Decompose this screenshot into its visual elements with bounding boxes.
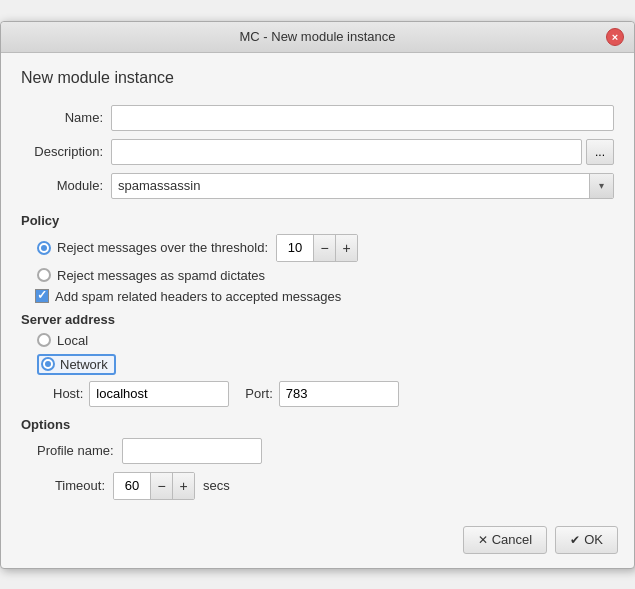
close-button[interactable]: × [606,28,624,46]
module-select[interactable]: spamassassin ▾ [111,173,614,199]
threshold-increment-button[interactable]: + [335,235,357,261]
server-section-title: Server address [21,312,614,327]
local-label: Local [57,333,88,348]
page-title: New module instance [21,69,614,87]
network-radio-row: Network [21,354,614,375]
reject-spamd-radio[interactable] [37,268,51,282]
window-title: MC - New module instance [29,29,606,44]
port-input[interactable] [279,381,399,407]
description-row: Description: ... [21,139,614,165]
description-label: Description: [21,144,111,159]
title-bar: MC - New module instance × [1,22,634,53]
cancel-icon: ✕ [478,533,488,547]
spamd-row: Reject messages as spamd dictates [21,268,614,283]
policy-section-title: Policy [21,213,614,228]
timeout-label: Timeout: [37,478,105,493]
add-headers-row: Add spam related headers to accepted mes… [21,289,614,304]
profile-label: Profile name: [37,443,114,458]
network-label: Network [60,357,108,372]
host-port-row: Host: Port: [21,381,614,407]
dialog-window: MC - New module instance × New module in… [0,21,635,569]
reject-threshold-label: Reject messages over the threshold: [57,240,268,255]
options-section: Options Profile name: Timeout: 60 − + se… [21,417,614,500]
dialog-body: New module instance Name: Description: .… [1,53,634,516]
name-input[interactable] [111,105,614,131]
local-radio[interactable] [37,333,51,347]
name-row: Name: [21,105,614,131]
module-dropdown-icon[interactable]: ▾ [589,174,613,198]
local-radio-row: Local [21,333,614,348]
dialog-footer: ✕ Cancel ✔ OK [1,516,634,568]
secs-label: secs [203,478,230,493]
options-section-title: Options [21,417,614,432]
network-radio[interactable] [41,357,55,371]
host-label: Host: [53,386,83,401]
ok-button[interactable]: ✔ OK [555,526,618,554]
port-label: Port: [245,386,272,401]
threshold-spinner: 10 − + [276,234,358,262]
profile-input[interactable] [122,438,262,464]
timeout-decrement-button[interactable]: − [150,473,172,499]
browse-button[interactable]: ... [586,139,614,165]
timeout-increment-button[interactable]: + [172,473,194,499]
name-label: Name: [21,110,111,125]
reject-threshold-radio[interactable] [37,241,51,255]
timeout-spinner: 60 − + [113,472,195,500]
timeout-row: Timeout: 60 − + secs [21,472,614,500]
threshold-input[interactable]: 10 [277,235,313,261]
module-label: Module: [21,178,111,193]
profile-row: Profile name: [21,438,614,464]
description-input[interactable] [111,139,582,165]
add-headers-checkbox[interactable] [35,289,49,303]
cancel-label: Cancel [492,532,532,547]
add-headers-label: Add spam related headers to accepted mes… [55,289,341,304]
cancel-button[interactable]: ✕ Cancel [463,526,547,554]
network-radio-selected-wrapper[interactable]: Network [37,354,116,375]
ok-icon: ✔ [570,533,580,547]
reject-spamd-label: Reject messages as spamd dictates [57,268,265,283]
module-value: spamassassin [112,176,589,195]
host-input[interactable] [89,381,229,407]
module-row: Module: spamassassin ▾ [21,173,614,199]
threshold-row: Reject messages over the threshold: 10 −… [21,234,614,262]
ok-label: OK [584,532,603,547]
threshold-decrement-button[interactable]: − [313,235,335,261]
timeout-input[interactable]: 60 [114,473,150,499]
server-section: Server address Local Network Host: Port: [21,312,614,407]
